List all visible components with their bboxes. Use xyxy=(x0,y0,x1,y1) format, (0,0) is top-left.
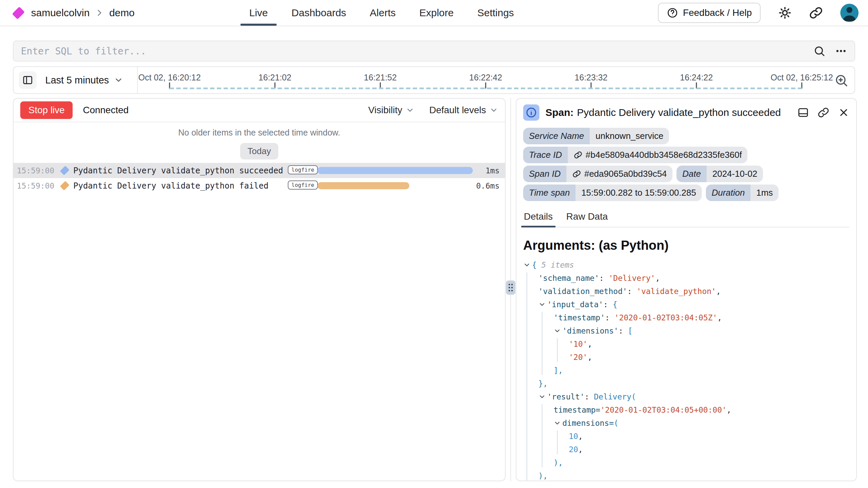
default-levels-dropdown[interactable]: Default levels xyxy=(429,105,498,116)
nav-tab-alerts[interactable]: Alerts xyxy=(370,0,396,26)
timeline-tick-label: Oct 02, 16:25:12 xyxy=(771,73,833,82)
badge-label: Trace ID xyxy=(523,147,568,163)
badge-label: Time span xyxy=(523,185,576,201)
json-tree-line: 'dimensions': [ xyxy=(523,324,849,337)
attribute-badge[interactable]: Duration1ms xyxy=(706,185,778,201)
breadcrumb-project[interactable]: demo xyxy=(109,7,134,19)
top-navbar: samuelcolvin demo LiveDashboardsAlertsEx… xyxy=(0,0,868,26)
empty-state-message: No older items in the selected time wind… xyxy=(14,128,505,138)
timeline-tick-label: 16:24:22 xyxy=(680,73,713,82)
badge-value: #eda9065a0bd39c54 xyxy=(566,166,672,182)
json-tree-line: ], xyxy=(523,364,849,377)
detail-tab-raw-data[interactable]: Raw Data xyxy=(566,209,609,227)
arguments-heading: Arguments: (as Python) xyxy=(523,238,849,253)
attribute-badge[interactable]: Trace ID#b4e5809a440dbb3458e68d2335fe360… xyxy=(523,147,747,163)
timeline-tick-label: 16:23:32 xyxy=(575,73,607,82)
timeline-zoom-in-icon[interactable] xyxy=(834,73,848,88)
breadcrumb: samuelcolvin demo xyxy=(31,0,134,26)
help-circle-icon xyxy=(667,7,678,19)
badge-label: Duration xyxy=(706,185,750,201)
log-row[interactable]: 15:59:00Pydantic Delivery validate_pytho… xyxy=(14,163,505,178)
nav-tab-explore[interactable]: Explore xyxy=(419,0,454,26)
sql-filter-input[interactable]: Enter SQL to filter... xyxy=(13,41,855,62)
json-tree-line: 'result': Delivery( xyxy=(523,390,849,403)
span-title: Span:Pydantic Delivery validate_python s… xyxy=(545,107,781,118)
link-icon[interactable] xyxy=(573,150,583,160)
splitter-drag-handle[interactable] xyxy=(506,280,515,295)
scope-tag[interactable]: logfire xyxy=(288,180,318,190)
chevron-down-icon xyxy=(114,75,123,85)
collapse-caret-icon[interactable] xyxy=(554,419,562,427)
json-tree-line: ), xyxy=(523,456,849,469)
duration-bar xyxy=(317,182,409,189)
indent-guide xyxy=(542,312,542,375)
json-tree-line: { 5 items xyxy=(523,258,849,271)
json-tree-line: }, xyxy=(523,377,849,390)
json-tree-line: ), xyxy=(523,469,849,481)
sql-filter-placeholder: Enter SQL to filter... xyxy=(21,46,813,57)
nav-tab-live[interactable]: Live xyxy=(249,0,268,26)
more-options-icon[interactable] xyxy=(835,45,847,57)
log-row-list: 15:59:00Pydantic Delivery validate_pytho… xyxy=(14,163,505,193)
span-detail-header: Span:Pydantic Delivery validate_python s… xyxy=(523,103,849,122)
theme-toggle-sun-icon[interactable] xyxy=(778,6,792,20)
attribute-badge[interactable]: Time span15:59:00.282 to 15:59:00.285 xyxy=(523,185,702,201)
detail-tab-details[interactable]: Details xyxy=(523,209,554,227)
feedback-help-button[interactable]: Feedback / Help xyxy=(658,3,761,23)
badge-label: Service Name xyxy=(523,128,590,144)
attribute-badge[interactable]: Service Nameunknown_service xyxy=(523,128,669,144)
span-attribute-badges: Service Nameunknown_serviceTrace ID#b4e5… xyxy=(523,128,849,201)
user-avatar[interactable] xyxy=(840,4,859,22)
collapse-caret-icon[interactable] xyxy=(523,261,532,269)
json-tree-line: 20, xyxy=(523,443,849,456)
visibility-dropdown[interactable]: Visibility xyxy=(368,105,414,116)
attribute-badge[interactable]: Date2024-10-02 xyxy=(676,166,763,182)
close-icon[interactable] xyxy=(838,107,849,118)
log-timestamp: 15:59:00 xyxy=(17,181,59,190)
timeline-tick-label: 16:22:42 xyxy=(469,73,502,82)
attribute-badge[interactable]: Span ID#eda9065a0bd39c54 xyxy=(523,166,672,182)
search-icon[interactable] xyxy=(813,45,825,57)
timeline-tick-label: 16:21:52 xyxy=(364,73,397,82)
badge-label: Span ID xyxy=(523,166,566,182)
collapse-caret-icon[interactable] xyxy=(538,301,547,308)
dock-panel-bottom-icon[interactable] xyxy=(797,107,809,118)
json-tree-line: '10', xyxy=(523,337,849,350)
time-range-bar: Last 5 minutes Oct 02, 16:20:1216:21:021… xyxy=(13,66,855,94)
badge-value: 2024-10-02 xyxy=(707,166,763,182)
sidebar-toggle-button[interactable] xyxy=(19,71,36,89)
badge-value: 1ms xyxy=(750,185,778,201)
log-message: Pydantic Delivery validate_python succee… xyxy=(73,166,283,175)
logfire-logo-icon[interactable] xyxy=(12,7,25,20)
json-tree-line: 'timestamp': '2020-01-02T03:04:05Z', xyxy=(523,311,849,324)
timeline-tick-label: 16:21:02 xyxy=(258,73,291,82)
live-feed-toolbar: Stop live Connected Visibility Default l… xyxy=(14,99,505,122)
link-icon[interactable] xyxy=(572,169,581,178)
json-tree-line: 'validation_method': 'validate_python', xyxy=(523,285,849,298)
indent-guide xyxy=(557,338,558,362)
indent-guide xyxy=(527,272,527,481)
log-message: Pydantic Delivery validate_python failed xyxy=(73,181,269,191)
collapse-caret-icon[interactable] xyxy=(538,393,547,400)
chevron-right-icon xyxy=(95,8,104,17)
time-range-label: Last 5 minutes xyxy=(45,75,109,86)
feedback-help-label: Feedback / Help xyxy=(683,7,752,18)
log-row[interactable]: 15:59:00Pydantic Delivery validate_pytho… xyxy=(14,178,505,193)
collapse-caret-icon[interactable] xyxy=(554,327,562,335)
scope-tag[interactable]: logfire xyxy=(288,165,318,174)
info-icon xyxy=(523,104,539,121)
json-tree-line: 'input_data': { xyxy=(523,298,849,311)
json-tree-line: 'schema_name': 'Delivery', xyxy=(523,271,849,285)
badge-label: Date xyxy=(676,166,707,182)
json-tree-line: dimensions=( xyxy=(523,416,849,430)
nav-tab-dashboards[interactable]: Dashboards xyxy=(291,0,346,26)
stop-live-button[interactable]: Stop live xyxy=(20,101,73,119)
copy-link-icon[interactable] xyxy=(818,107,829,118)
json-tree-line: '20', xyxy=(523,350,849,364)
nav-tab-settings[interactable]: Settings xyxy=(477,0,514,26)
date-separator-badge: Today xyxy=(240,143,278,160)
share-link-icon[interactable] xyxy=(809,6,823,20)
time-range-dropdown[interactable]: Last 5 minutes xyxy=(45,67,123,93)
breadcrumb-org[interactable]: samuelcolvin xyxy=(31,7,90,19)
arguments-json-tree: { 5 items'schema_name': 'Delivery','vali… xyxy=(523,258,849,481)
